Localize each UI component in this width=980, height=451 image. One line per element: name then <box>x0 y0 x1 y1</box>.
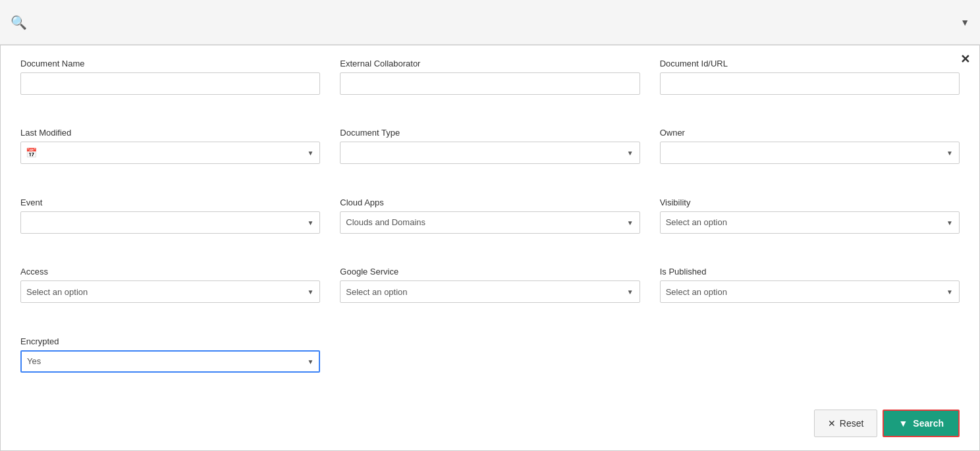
visibility-select-wrapper: Select an option Public Private Shared <box>660 211 960 234</box>
document-id-url-input[interactable] <box>660 72 960 95</box>
empty-cell-2 <box>660 336 960 394</box>
external-collaborator-group: External Collaborator <box>340 59 640 116</box>
event-group: Event <box>20 198 320 255</box>
document-type-group: Document Type <box>340 128 640 185</box>
last-modified-select[interactable] <box>20 142 320 164</box>
reset-icon: ✕ <box>828 418 836 429</box>
google-service-select[interactable]: Select an option Gmail Drive Docs <box>340 280 640 303</box>
google-service-label: Google Service <box>340 267 640 277</box>
is-published-label: Is Published <box>660 267 960 277</box>
search-label: Search <box>913 418 944 429</box>
dropdown-arrow-icon: ▼ <box>960 17 969 28</box>
empty-cell-1 <box>340 336 640 394</box>
is-published-select[interactable]: Select an option Yes No <box>660 280 960 303</box>
document-name-input[interactable] <box>20 72 320 95</box>
document-id-url-group: Document Id/URL <box>660 59 960 116</box>
is-published-select-wrapper: Select an option Yes No <box>660 280 960 303</box>
reset-label: Reset <box>840 418 864 429</box>
encrypted-select-wrapper: Yes No <box>20 350 320 373</box>
visibility-label: Visibility <box>660 198 960 207</box>
event-label: Event <box>20 198 320 207</box>
reset-button[interactable]: ✕ Reset <box>814 410 878 437</box>
cloud-apps-select-wrapper: Clouds and Domains All Cloud Apps Google… <box>340 211 640 234</box>
last-modified-label: Last Modified <box>20 128 320 138</box>
search-icon: 🔍 <box>11 14 27 30</box>
encrypted-label: Encrypted <box>20 336 320 346</box>
owner-label: Owner <box>660 128 960 138</box>
outer-container: 🔍 ▼ ✕ Document Name External Collaborato… <box>0 0 980 451</box>
google-service-group: Google Service Select an option Gmail Dr… <box>340 267 640 324</box>
document-type-select-wrapper <box>340 142 640 164</box>
filter-icon: ▼ <box>898 418 908 429</box>
document-type-label: Document Type <box>340 128 640 138</box>
document-name-group: Document Name <box>20 59 320 116</box>
close-button[interactable]: ✕ <box>960 52 970 66</box>
access-group: Access Select an option Read Write Admin <box>20 267 320 324</box>
last-modified-group: Last Modified 📅 ▼ <box>20 128 320 185</box>
access-label: Access <box>20 267 320 277</box>
last-modified-wrapper: 📅 ▼ <box>20 142 320 164</box>
owner-select-wrapper <box>660 142 960 164</box>
is-published-group: Is Published Select an option Yes No <box>660 267 960 324</box>
search-bar-right: ▼ <box>960 17 969 28</box>
main-panel: ✕ Document Name External Collaborator Do… <box>0 45 980 451</box>
access-select[interactable]: Select an option Read Write Admin <box>20 280 320 303</box>
document-name-label: Document Name <box>20 59 320 68</box>
search-button[interactable]: ▼ Search <box>883 410 960 437</box>
event-select-wrapper <box>20 211 320 234</box>
google-service-select-wrapper: Select an option Gmail Drive Docs <box>340 280 640 303</box>
external-collaborator-input[interactable] <box>340 72 640 95</box>
external-collaborator-label: External Collaborator <box>340 59 640 68</box>
document-id-url-label: Document Id/URL <box>660 59 960 68</box>
cloud-apps-select[interactable]: Clouds and Domains All Cloud Apps Google… <box>340 211 640 234</box>
access-select-wrapper: Select an option Read Write Admin <box>20 280 320 303</box>
event-select[interactable] <box>20 211 320 234</box>
visibility-select[interactable]: Select an option Public Private Shared <box>660 211 960 234</box>
owner-select[interactable] <box>660 142 960 164</box>
search-bar: 🔍 ▼ <box>0 0 980 45</box>
document-type-select[interactable] <box>340 142 640 164</box>
search-bar-left: 🔍 <box>11 14 27 30</box>
footer-buttons: ✕ Reset ▼ Search <box>20 404 960 437</box>
cloud-apps-group: Cloud Apps Clouds and Domains All Cloud … <box>340 198 640 255</box>
encrypted-group: Encrypted Yes No <box>20 336 320 394</box>
cloud-apps-label: Cloud Apps <box>340 198 640 207</box>
encrypted-select[interactable]: Yes No <box>20 350 320 373</box>
visibility-group: Visibility Select an option Public Priva… <box>660 198 960 255</box>
form-grid: Document Name External Collaborator Docu… <box>20 59 960 394</box>
owner-group: Owner <box>660 128 960 185</box>
